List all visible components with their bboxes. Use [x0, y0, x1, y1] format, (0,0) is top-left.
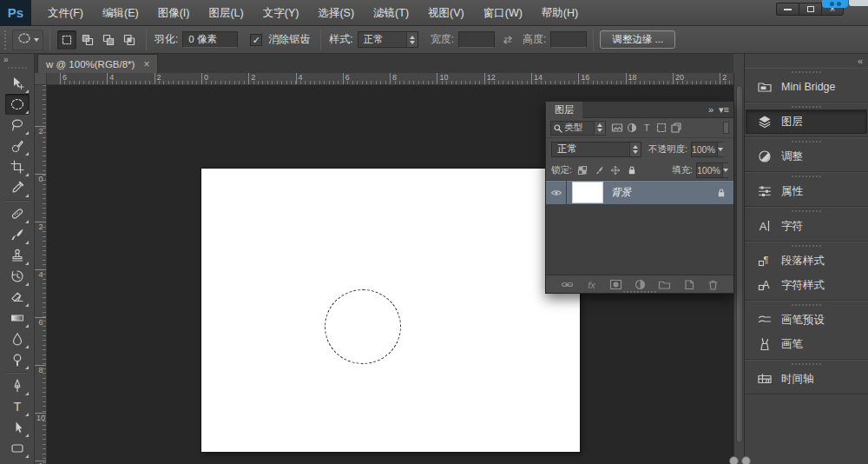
dock-grip[interactable] — [792, 245, 821, 247]
brush-tool-button[interactable] — [5, 224, 30, 245]
menu-item-3[interactable]: 图层(L) — [199, 0, 253, 26]
tool-preset-picker[interactable] — [12, 30, 43, 50]
menu-item-9[interactable]: 帮助(H) — [532, 0, 588, 26]
dock-item-mini-bridge[interactable]: Mini Bridge — [746, 75, 867, 99]
canvas-document[interactable] — [201, 169, 580, 452]
spinner-icon[interactable] — [406, 32, 418, 47]
dock-item-字符[interactable]: A字符 — [746, 214, 867, 238]
blur-tool-button[interactable] — [5, 328, 30, 349]
menu-item-2[interactable]: 图像(I) — [148, 0, 200, 26]
dock-item-时间轴[interactable]: 时间轴 — [746, 367, 867, 391]
style-select[interactable]: 正常 — [358, 31, 418, 48]
blend-mode-select[interactable]: 正常 — [551, 142, 641, 157]
lock-pixels-icon[interactable] — [594, 165, 604, 176]
subtract-selection-button[interactable] — [99, 30, 118, 50]
options-grip[interactable] — [4, 30, 9, 50]
dock-collapse[interactable]: « — [745, 54, 868, 68]
dock-grip[interactable] — [792, 71, 821, 73]
layer-group-icon[interactable] — [658, 278, 671, 291]
delete-layer-icon[interactable] — [707, 278, 720, 291]
ruler-corner[interactable] — [35, 73, 47, 85]
new-layer-icon[interactable] — [682, 278, 695, 291]
width-input[interactable] — [458, 31, 495, 48]
lasso-tool-button[interactable] — [5, 115, 30, 136]
menu-item-7[interactable]: 视图(V) — [418, 0, 474, 26]
chevron-down-icon[interactable] — [722, 163, 728, 177]
eraser-tool-button[interactable] — [5, 287, 30, 308]
layer-style-icon[interactable]: fx — [585, 278, 598, 291]
link-layers-icon[interactable] — [561, 278, 574, 291]
tools-collapse[interactable]: » — [0, 54, 34, 66]
gradient-tool-button[interactable] — [5, 308, 30, 328]
adjustment-layer-icon[interactable] — [634, 278, 647, 291]
type-tool-button[interactable]: T — [5, 396, 30, 417]
dock-item-画笔预设[interactable]: 画笔预设 — [746, 308, 867, 332]
dock-item-属性[interactable]: 属性 — [746, 179, 867, 203]
layer-thumbnail[interactable] — [572, 182, 603, 203]
shape-filter-icon[interactable] — [654, 121, 668, 136]
menu-item-4[interactable]: 文字(Y) — [253, 0, 309, 26]
menu-item-5[interactable]: 选择(S) — [308, 0, 364, 26]
refine-edge-button[interactable]: 调整边缘 ... — [600, 30, 675, 49]
vertical-scrollbar[interactable] — [733, 73, 744, 464]
layer-filter-type-select[interactable]: 类型 — [550, 121, 606, 136]
spinner-icon[interactable] — [594, 122, 605, 135]
panel-collapse-icon[interactable]: » — [708, 104, 713, 115]
dock-grip[interactable] — [792, 176, 821, 177]
move-tool-button[interactable] — [5, 73, 30, 94]
dock-item-图层[interactable]: 图层 — [746, 109, 867, 134]
eyedropper-tool-button[interactable] — [5, 177, 30, 198]
quick-selection-tool-button[interactable] — [5, 136, 30, 156]
menu-item-6[interactable]: 滤镜(T) — [364, 0, 418, 26]
dock-item-画笔[interactable]: 画笔 — [746, 332, 867, 356]
dock-item-段落样式[interactable]: ¶段落样式 — [746, 249, 867, 273]
spinner-icon[interactable] — [629, 143, 641, 156]
layers-tab[interactable]: 图层 — [546, 102, 582, 118]
rectangle-tool-button[interactable] — [5, 438, 30, 459]
height-input[interactable] — [550, 31, 587, 48]
lock-position-icon[interactable] — [610, 165, 621, 176]
swap-dimensions-icon[interactable] — [502, 34, 514, 46]
pixel-filter-icon[interactable] — [609, 121, 624, 136]
close-tab-icon[interactable]: × — [143, 58, 149, 70]
elliptical-selection[interactable] — [325, 289, 401, 364]
anti-alias-checkbox[interactable]: ✓ — [250, 34, 262, 46]
dock-item-调整[interactable]: 调整 — [746, 144, 867, 169]
dodge-tool-button[interactable] — [5, 349, 30, 370]
dock-grip[interactable] — [792, 141, 821, 143]
adjustment-filter-icon[interactable] — [624, 121, 639, 136]
dock-grip[interactable] — [792, 210, 821, 212]
filter-toggle[interactable] — [723, 122, 729, 134]
type-filter-icon[interactable]: T — [639, 121, 654, 136]
fill-input[interactable]: 100% — [696, 162, 728, 178]
add-selection-button[interactable] — [78, 30, 97, 50]
maximize-button[interactable] — [799, 3, 821, 16]
feather-input[interactable]: 0 像素 — [182, 31, 238, 48]
smart-object-filter-icon[interactable] — [668, 121, 683, 136]
clone-stamp-tool-button[interactable] — [5, 245, 30, 266]
menu-item-0[interactable]: 文件(F) — [38, 0, 93, 26]
lock-all-icon[interactable] — [627, 165, 637, 176]
history-brush-tool-button[interactable] — [5, 266, 30, 287]
spot-healing-brush-tool-button[interactable] — [5, 203, 30, 224]
horizontal-ruler[interactable]: 642024681012141618202 — [47, 73, 733, 85]
elliptical-marquee-tool-button[interactable] — [5, 94, 30, 115]
lock-transparency-icon[interactable] — [577, 165, 588, 176]
panel-menu-icon[interactable]: ▾≡ — [719, 104, 729, 116]
dock-grip[interactable] — [792, 106, 821, 108]
pen-tool-button[interactable] — [5, 375, 30, 396]
menu-item-8[interactable]: 窗口(W) — [474, 0, 532, 26]
scrollbar-thumb[interactable] — [736, 85, 743, 443]
opacity-input[interactable]: 100% — [691, 142, 723, 157]
new-selection-button[interactable] — [57, 30, 76, 50]
path-selection-tool-button[interactable] — [5, 417, 30, 438]
visibility-toggle[interactable] — [546, 181, 567, 204]
menu-item-1[interactable]: 编辑(E) — [93, 0, 148, 26]
intersect-selection-button[interactable] — [120, 30, 139, 50]
document-tab[interactable]: w @ 100%(RGB/8*) × — [37, 54, 158, 73]
layer-row-background[interactable]: 背景 — [546, 181, 733, 204]
crop-tool-button[interactable] — [5, 156, 30, 177]
chevron-down-icon[interactable] — [717, 143, 723, 156]
layer-mask-icon[interactable] — [609, 278, 622, 291]
tools-grip[interactable] — [8, 67, 27, 70]
